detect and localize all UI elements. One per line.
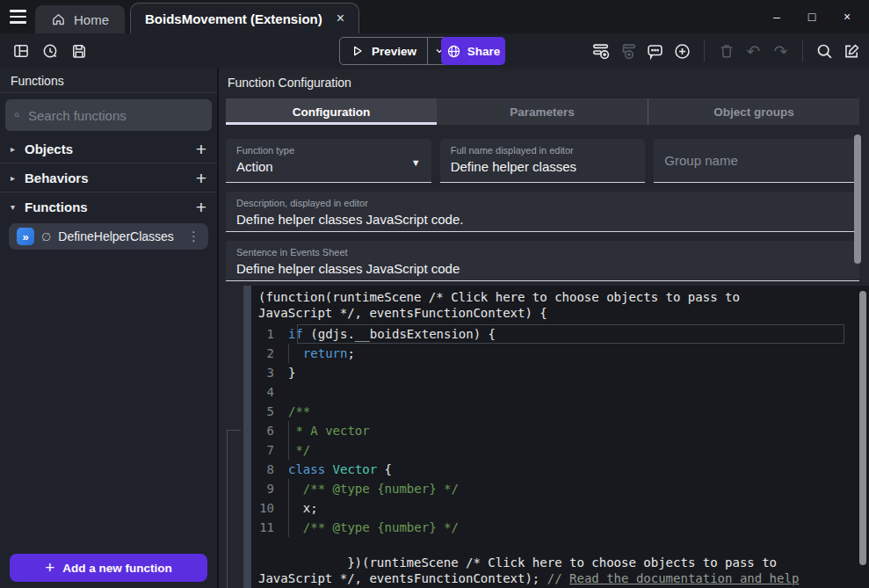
panels-layout-button[interactable] — [9, 40, 33, 63]
function-type-select[interactable]: Function type Action ▼ — [226, 139, 431, 183]
code-editor[interactable]: 1if (gdjs.__boidsExtension) {2 return;3}… — [258, 324, 869, 537]
add-object-button[interactable]: + — [196, 140, 206, 158]
redo-button[interactable]: ↷ — [769, 40, 793, 63]
indent-guide — [288, 421, 289, 440]
sidebar-section-behaviors[interactable]: ▸ Behaviors + — [0, 163, 217, 192]
tab-configuration[interactable]: Configuration — [226, 98, 437, 125]
line-number: 11 — [258, 518, 288, 537]
documentation-link[interactable]: Read the documentation and help — [569, 571, 799, 585]
full-name-value: Define helper classes — [451, 159, 635, 174]
code-line[interactable]: 4 — [258, 382, 869, 402]
add-behavior-button[interactable]: + — [196, 169, 206, 187]
choose-event-button[interactable] — [670, 40, 694, 63]
tab-active-label: BoidsMovement (Extension) — [145, 11, 322, 26]
edit-extension-button[interactable] — [840, 40, 864, 63]
sentence-value: Define helper classes JavaScript code — [236, 261, 849, 276]
trash-icon — [718, 42, 735, 60]
code-line[interactable]: 6 * A vector — [258, 421, 869, 440]
tab-object-groups[interactable]: Object groups — [648, 98, 859, 125]
minimize-button[interactable]: – — [771, 10, 783, 24]
share-button[interactable]: Share — [441, 37, 505, 65]
code-line[interactable]: 7 */ — [258, 440, 869, 460]
preview-button[interactable]: Preview — [339, 37, 451, 65]
close-tab-icon[interactable]: × — [337, 11, 344, 26]
toolbar-left-group — [9, 40, 91, 63]
code-line-text: /** — [288, 402, 310, 421]
line-number: 2 — [258, 344, 288, 363]
search-functions-box[interactable] — [5, 99, 212, 131]
sentence-label: Sentence in Events Sheet — [236, 247, 849, 258]
maximize-button[interactable]: □ — [806, 10, 818, 24]
toolbar: Preview Share — [0, 33, 869, 69]
sidebar-section-objects[interactable]: ▸ Objects + — [0, 134, 217, 163]
close-window-button[interactable]: × — [841, 10, 853, 24]
code-editor-panel[interactable]: (function(runtimeScene /* Click here to … — [251, 286, 869, 588]
delete-button[interactable] — [714, 40, 738, 63]
add-subevent-button[interactable] — [616, 40, 640, 63]
search-events-button[interactable] — [813, 40, 836, 63]
full-name-field[interactable]: Full name displayed in editor Define hel… — [440, 139, 646, 183]
undo-button[interactable]: ↶ — [742, 40, 765, 63]
add-comment-button[interactable] — [643, 40, 667, 63]
section-label: Functions — [25, 200, 88, 214]
sidebar-section-functions[interactable]: ▾ Functions + — [0, 192, 217, 221]
main-scrollbar[interactable] — [859, 291, 866, 565]
add-subevent-icon — [619, 41, 638, 61]
add-comment-icon — [646, 42, 664, 61]
search-icon — [815, 42, 834, 61]
code-line-text: return; — [288, 344, 355, 363]
tab-home[interactable]: Home — [35, 5, 125, 33]
code-line-text: x; — [288, 498, 318, 518]
code-footer-comment: // — [547, 571, 569, 585]
function-item-definehelperclasses[interactable]: » ∅ DefineHelperClasses ⋮ — [9, 223, 208, 250]
config-scrollbar[interactable] — [854, 134, 861, 264]
js-code-event: (function(runtimeScene /* Click here to … — [219, 286, 869, 588]
tab-parameters[interactable]: Parameters — [437, 98, 648, 125]
save-icon — [70, 42, 88, 60]
line-number: 10 — [258, 498, 288, 518]
toolbar-separator — [704, 40, 705, 62]
chevron-down-icon: ▾ — [11, 202, 25, 212]
code-line[interactable]: 1if (gdjs.__boidsExtension) { — [258, 324, 869, 344]
dropdown-caret-icon: ▼ — [411, 157, 421, 168]
search-functions-input[interactable] — [28, 108, 203, 123]
add-event-button[interactable] — [589, 40, 612, 63]
tab-boidsmovement[interactable]: BoidsMovement (Extension) × — [130, 3, 359, 33]
function-menu-button[interactable]: ⋮ — [187, 229, 200, 244]
indent-guide — [288, 344, 289, 363]
redo-icon: ↷ — [774, 43, 788, 60]
add-new-function-button[interactable]: + Add a new function — [10, 554, 207, 582]
code-line-text: /** @type {number} */ — [288, 518, 459, 537]
code-footer[interactable]: })(runtimeScene /* Click here to choose … — [258, 539, 817, 588]
page-title: Function Configuration — [219, 69, 869, 98]
preview-button-main[interactable]: Preview — [340, 44, 427, 58]
group-name-field[interactable] — [654, 139, 859, 183]
add-new-function-label: Add a new function — [62, 562, 172, 575]
main-menu-button[interactable] — [0, 0, 35, 33]
chevron-right-icon: ▸ — [11, 144, 25, 154]
undo-icon: ↶ — [747, 43, 761, 60]
function-name: DefineHelperClasses — [58, 229, 174, 243]
circle-plus-icon — [673, 42, 692, 61]
tab-home-label: Home — [74, 12, 109, 27]
add-function-button[interactable]: + — [196, 198, 206, 216]
code-line[interactable]: 3} — [258, 363, 869, 382]
code-line[interactable]: 2 return; — [258, 344, 869, 363]
play-icon — [351, 44, 365, 58]
description-field[interactable]: Description, displayed in editor Define … — [226, 192, 859, 232]
code-line[interactable]: 11 /** @type {number} */ — [258, 518, 869, 537]
code-line-text: /** @type {number} */ — [288, 479, 459, 498]
code-line[interactable]: 8class Vector { — [258, 460, 869, 479]
code-header[interactable]: (function(runtimeScene /* Click here to … — [258, 289, 817, 321]
line-number: 1 — [258, 324, 288, 344]
description-label: Description, displayed in editor — [236, 198, 849, 208]
event-drag-handle[interactable] — [243, 286, 251, 588]
code-line[interactable]: 9 /** @type {number} */ — [258, 479, 869, 498]
history-button[interactable] — [38, 40, 62, 63]
sentence-field[interactable]: Sentence in Events Sheet Define helper c… — [226, 241, 859, 281]
code-line[interactable]: 10 x; — [258, 498, 869, 518]
line-number: 6 — [258, 421, 288, 440]
code-line[interactable]: 5/** — [258, 402, 869, 421]
group-name-input[interactable] — [664, 139, 849, 182]
save-button[interactable] — [67, 40, 91, 63]
